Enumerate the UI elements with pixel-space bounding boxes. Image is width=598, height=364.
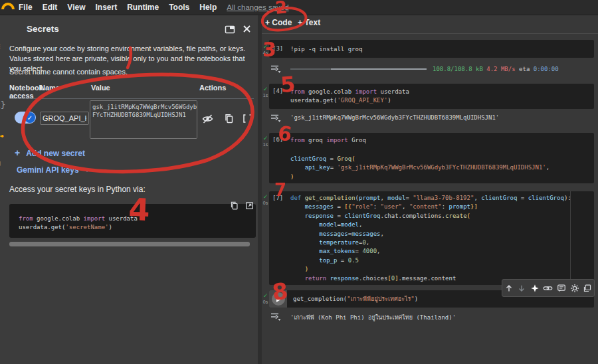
- check-icon: ✓: [262, 293, 269, 299]
- move-cell-down-icon[interactable]: [517, 284, 526, 293]
- secrets-key-icon[interactable]: ⊶: [0, 131, 4, 141]
- gemini-sparkle-icon[interactable]: [530, 284, 540, 293]
- copy-value-icon[interactable]: [223, 113, 235, 127]
- code-cell-3[interactable]: [3] !pip -q install groq: [269, 40, 594, 58]
- code-cell-6[interactable]: [6] from groq import Groq clientGroq = G…: [269, 133, 594, 183]
- cell7-status: ✓ 0s: [262, 194, 269, 206]
- check-icon: ✓: [262, 44, 269, 50]
- cell-toolbar: [502, 279, 595, 297]
- cell6-status: ✓ 1s: [262, 136, 269, 147]
- cell3-output: 108.8/108.8 kB 4.2 MB/s eta 0:00:00: [262, 62, 594, 80]
- column-header-value: Value: [91, 84, 110, 92]
- insert-snippet-icon[interactable]: [245, 201, 254, 213]
- link-icon[interactable]: [543, 284, 553, 293]
- left-sidebar-rail: ≡ x} ⊶ ❏ ❯ ⊞: [0, 15, 8, 364]
- close-icon[interactable]: [242, 24, 252, 37]
- files-icon[interactable]: ❏: [0, 157, 1, 167]
- toggle-check-icon: ✓: [25, 112, 35, 123]
- add-code-button[interactable]: + Code: [265, 18, 292, 27]
- secret-value-textarea[interactable]: gsk_j1itRMpKq7WWgBrMcv56WGdyb3 FYcTHZHUD…: [90, 100, 197, 139]
- copy-snippet-icon[interactable]: [229, 201, 239, 213]
- menu-edit[interactable]: Edit: [43, 3, 58, 12]
- gemini-api-keys-button[interactable]: Gemini API keys: [17, 165, 90, 175]
- chevron-down-icon: [84, 169, 90, 172]
- notebook-area: + Code + Text ✓ 4s [3] !pip -q install g…: [262, 15, 598, 364]
- panel-note: Secret name cannot contain spaces.: [9, 68, 128, 76]
- output-options-icon[interactable]: [270, 312, 281, 325]
- hide-value-icon[interactable]: [201, 113, 214, 128]
- menu-items: File Edit View Insert Runtime Tools Help: [19, 3, 227, 12]
- terminal-icon[interactable]: ❯: [0, 347, 1, 357]
- open-cell-window-icon[interactable]: [583, 284, 592, 293]
- comment-icon[interactable]: [557, 284, 566, 293]
- menu-help[interactable]: Help: [199, 3, 217, 12]
- check-icon: ✓: [262, 136, 269, 141]
- menu-view[interactable]: View: [67, 3, 85, 12]
- column-header-name: Name: [40, 84, 60, 92]
- usage-code-snippet: from google.colab import userdata userda…: [9, 204, 256, 238]
- notebook-access-toggle[interactable]: ✓: [15, 112, 36, 124]
- access-hint-text: Access your secret keys in Python via:: [9, 185, 146, 194]
- horizontal-scrollbar[interactable]: [9, 242, 250, 246]
- menu-file[interactable]: File: [19, 3, 33, 12]
- add-new-secret-button[interactable]: +Add new secret: [15, 147, 85, 158]
- cell4-status: ✓ 1s: [262, 86, 269, 98]
- save-status[interactable]: All changes saved: [227, 3, 288, 11]
- cell-insert-bar: + Code + Text: [262, 15, 598, 34]
- output-options-icon[interactable]: [270, 64, 281, 77]
- menubar: File Edit View Insert Runtime Tools Help…: [0, 0, 598, 15]
- panel-title: Secrets: [27, 24, 59, 34]
- colab-logo-icon[interactable]: [0, 0, 16, 11]
- column-header-actions: Actions: [199, 84, 226, 92]
- check-icon: ✓: [262, 86, 269, 92]
- menu-tools[interactable]: Tools: [169, 3, 189, 12]
- secrets-panel: Secrets Configure your code by storing e…: [8, 15, 258, 364]
- menu-runtime[interactable]: Runtime: [127, 3, 159, 12]
- add-text-button[interactable]: + Text: [298, 18, 320, 27]
- colab-window: File Edit View Insert Runtime Tools Help…: [0, 0, 598, 364]
- plus-icon: +: [15, 147, 20, 158]
- output-options-icon[interactable]: [270, 113, 281, 126]
- cell4-output: 'gsk_j1itRMpKq7WWgBrMcv56WGdyb3FYcTHZHUD…: [262, 112, 594, 128]
- check-icon: ✓: [262, 194, 269, 200]
- cell-run-status: ✓ 0s: [262, 293, 269, 305]
- table-divider: [9, 98, 254, 99]
- cell-settings-gear-icon[interactable]: [570, 284, 579, 293]
- cell3-status: ✓ 4s: [262, 44, 269, 56]
- open-in-window-icon[interactable]: [225, 24, 235, 37]
- panel-divider[interactable]: [258, 15, 262, 364]
- code-cell-7[interactable]: [7] def get_completion(prompt, model= "l…: [269, 191, 594, 285]
- code-cell-4[interactable]: [4] from google.colab import userdata us…: [269, 84, 594, 109]
- cell-run-output: 'เกาะพีพี (Koh Phi Phi) อยู่ในประเทศไทย …: [262, 310, 594, 326]
- insert-code-icon[interactable]: [242, 113, 253, 127]
- toc-icon[interactable]: ≡: [0, 41, 1, 51]
- variables-icon[interactable]: x}: [0, 100, 6, 110]
- progress-bar: [290, 68, 427, 70]
- secret-name-input[interactable]: [40, 112, 89, 125]
- move-cell-up-icon[interactable]: [504, 284, 514, 293]
- menu-insert[interactable]: Insert: [95, 3, 117, 12]
